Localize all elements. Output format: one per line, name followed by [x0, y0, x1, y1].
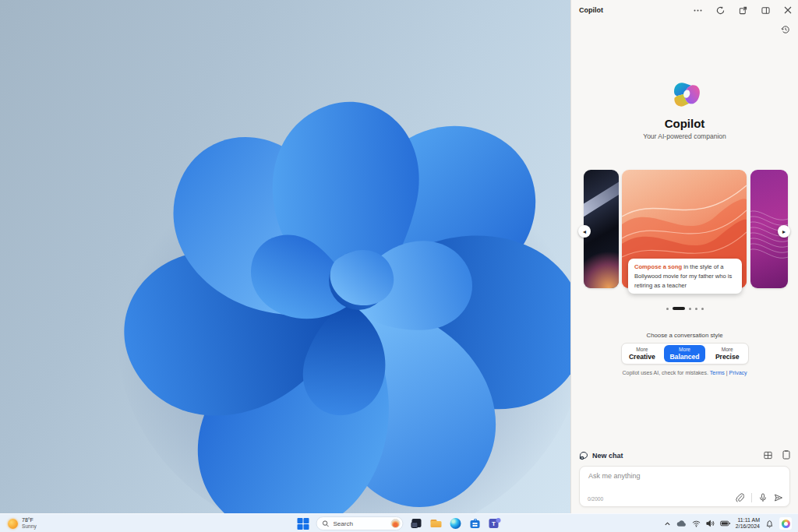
file-explorer-button[interactable] [430, 517, 443, 530]
new-chat-icon [579, 451, 588, 460]
search-icon [323, 520, 330, 527]
more-options-icon[interactable] [692, 5, 703, 16]
microphone-icon[interactable] [759, 493, 767, 502]
conversation-style-toggle: More Creative More Balanced More Precise [621, 343, 749, 365]
copilot-panel-title: Copilot [579, 6, 603, 14]
character-counter: 0/2000 [588, 496, 603, 502]
pagination-dot[interactable] [695, 308, 697, 310]
plugins-grid-icon[interactable] [764, 450, 772, 460]
task-view-button[interactable] [411, 517, 423, 530]
suggestion-tooltip[interactable]: Compose a song in the style of a Bollywo… [628, 259, 742, 294]
weather-condition: Sunny [22, 523, 37, 530]
terms-link[interactable]: Terms [710, 370, 725, 375]
weather-temp: 78°F [22, 517, 37, 523]
carousel-next-button[interactable]: ▸ [778, 225, 790, 238]
ai-disclaimer: Copilot uses AI, check for mistakes. Ter… [571, 370, 798, 375]
conversation-style-label: Choose a conversation style [571, 332, 798, 339]
copilot-hero: Copilot Your AI-powered companion [571, 78, 798, 140]
notification-bell-icon[interactable] [765, 520, 774, 528]
search-placeholder: Search [334, 520, 387, 527]
hidden-icons-chevron[interactable] [664, 520, 671, 527]
chevron-right-icon: ▸ [782, 228, 786, 235]
search-highlight-image [391, 519, 401, 528]
pagination-dot[interactable] [666, 308, 669, 310]
microsoft-store-button[interactable] [469, 517, 482, 530]
taskbar-weather-widget[interactable]: 78°F Sunny [8, 514, 37, 532]
style-option-precise[interactable]: More Precise [707, 344, 748, 364]
divider [751, 493, 752, 502]
edge-browser-button[interactable] [450, 517, 462, 530]
system-tray: 11:11 AM 2/16/2024 [664, 514, 792, 532]
copilot-logo-icon [669, 78, 701, 111]
send-icon[interactable] [774, 493, 783, 502]
tray-date: 2/16/2024 [736, 523, 760, 530]
taskbar-search-box[interactable]: Search [316, 516, 404, 530]
pagination-dot[interactable] [701, 308, 704, 310]
close-icon[interactable] [782, 5, 793, 16]
start-button[interactable] [298, 518, 309, 530]
suggestion-action: Compose a song [634, 263, 682, 270]
privacy-link[interactable]: Privacy [729, 370, 747, 375]
pagination-dot-active[interactable] [673, 307, 685, 310]
chat-composer-area: New chat 0/2000 [571, 444, 798, 513]
notebook-icon[interactable] [782, 450, 790, 460]
windows-desktop-screen: Copilot [0, 0, 798, 532]
copilot-titlebar: Copilot [571, 0, 798, 20]
battery-icon[interactable] [720, 520, 730, 527]
copilot-name: Copilot [571, 117, 798, 130]
pagination-dot[interactable] [689, 308, 691, 310]
carousel-prev-button[interactable]: ◂ [578, 225, 591, 238]
teams-button[interactable]: T [489, 517, 501, 530]
style-option-creative[interactable]: More Creative [622, 344, 663, 364]
open-in-window-icon[interactable] [737, 5, 748, 16]
clock-widget[interactable]: 11:11 AM 2/16/2024 [736, 517, 760, 530]
chevron-left-icon: ◂ [583, 228, 586, 235]
taskbar: 78°F Sunny Search T [0, 513, 798, 532]
copilot-panel: Copilot [570, 0, 798, 513]
new-chat-button[interactable]: New chat [579, 451, 623, 460]
style-option-balanced[interactable]: More Balanced [664, 345, 705, 362]
chat-input-box: 0/2000 [579, 466, 790, 507]
copilot-tray-icon [782, 520, 790, 528]
attach-file-icon[interactable] [736, 493, 744, 502]
copilot-tray-button[interactable] [779, 517, 792, 530]
bloom-flower-graphic [94, 23, 570, 513]
split-view-icon[interactable] [760, 5, 771, 16]
ask-me-anything-input[interactable] [581, 468, 788, 484]
tray-time: 11:11 AM [737, 517, 760, 523]
carousel-pagination [571, 307, 798, 310]
onedrive-cloud-icon[interactable] [676, 520, 687, 527]
copilot-tagline: Your AI-powered companion [571, 132, 798, 140]
history-icon[interactable] [780, 24, 791, 35]
volume-icon[interactable] [706, 520, 715, 527]
wifi-icon[interactable] [692, 520, 701, 527]
desktop-wallpaper[interactable] [0, 0, 570, 513]
sun-icon [8, 519, 18, 529]
suggestion-carousel: Compose a song in the style of a Bollywo… [571, 170, 798, 291]
refresh-icon[interactable] [715, 5, 726, 16]
